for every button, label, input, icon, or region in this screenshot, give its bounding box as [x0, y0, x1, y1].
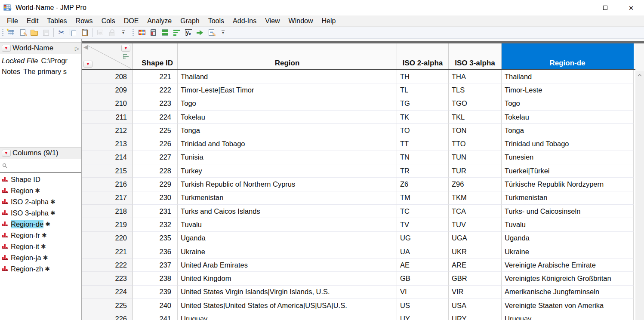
graph-builder-icon[interactable] [171, 28, 182, 38]
region-cell[interactable]: Turkish Republic of Northern Cyprus [178, 178, 397, 191]
region-cell[interactable]: Turkmenistan [178, 191, 397, 205]
row-number-cell[interactable]: 212 [82, 124, 132, 137]
shape-id-cell[interactable]: 239 [132, 286, 178, 299]
region-cell[interactable]: United States|United States of America|U… [178, 299, 397, 312]
region-cell[interactable]: Timor-Leste|East Timor [178, 83, 397, 97]
shape-id-cell[interactable]: 241 [132, 312, 178, 320]
region-cell[interactable]: United Kingdom [178, 272, 397, 285]
iso2-cell[interactable]: TL [397, 83, 449, 97]
iso3-cell[interactable]: TGO [449, 97, 502, 111]
close-button[interactable]: ✕ [618, 0, 644, 15]
data-table-icon[interactable] [136, 28, 148, 38]
shape-id-cell[interactable]: 224 [132, 111, 178, 124]
columns-search[interactable] [0, 159, 81, 172]
iso2-cell[interactable]: TH [397, 70, 449, 83]
columns-red-triangle-menu[interactable]: ▼ [2, 150, 11, 157]
row-number-cell[interactable]: 210 [82, 97, 132, 111]
toolbar-drag-handle[interactable] [2, 29, 3, 37]
script-editor-icon[interactable]: ✎ [206, 28, 217, 38]
table-red-triangle-menu[interactable]: ▼ [2, 45, 11, 52]
row-number-cell[interactable]: 209 [82, 83, 132, 97]
iso2-cell[interactable]: GB [397, 272, 449, 285]
region-cell[interactable]: United States Virgin Islands|Virgin Isla… [178, 286, 397, 299]
menu-help[interactable]: Help [317, 16, 340, 26]
shape-id-cell[interactable]: 225 [132, 124, 178, 137]
column-header-iso3[interactable]: ISO 3-alpha [449, 43, 502, 69]
iso2-cell[interactable]: AE [397, 258, 449, 272]
row-number-cell[interactable]: 224 [82, 286, 132, 299]
shape-id-cell[interactable]: 228 [132, 164, 178, 178]
iso2-cell[interactable]: US [397, 299, 449, 312]
region-cell[interactable]: United Arab Emirates [178, 258, 397, 272]
iso3-cell[interactable]: UKR [449, 245, 502, 258]
shape-id-cell[interactable]: 230 [132, 191, 178, 205]
iso3-cell[interactable]: TLS [449, 83, 502, 97]
open-icon[interactable] [28, 28, 40, 38]
menu-doe[interactable]: DOE [120, 16, 143, 26]
iso2-cell[interactable]: TO [397, 124, 449, 137]
iso2-cell[interactable]: UG [397, 232, 449, 245]
iso2-cell[interactable]: VI [397, 286, 449, 299]
iso3-cell[interactable]: Z96 [449, 178, 502, 191]
sidebar-column-region[interactable]: Region✱ [0, 185, 81, 196]
iso3-cell[interactable]: TKM [449, 191, 502, 205]
row-number-cell[interactable]: 219 [82, 218, 132, 231]
region-de-cell[interactable]: Uganda [502, 232, 634, 245]
vertical-scrollbar[interactable] [635, 41, 644, 320]
region-de-cell[interactable]: Vereinigtes Königreich Großbritan [502, 272, 634, 285]
column-header-regionde[interactable]: Region-de [502, 43, 634, 69]
region-de-cell[interactable]: Vereinigte Arabische Emirate [502, 258, 634, 272]
region-cell[interactable]: Ukraine [178, 245, 397, 258]
menu-graph[interactable]: Graph [176, 16, 203, 26]
cut-icon[interactable]: ✂ [55, 28, 67, 38]
shape-id-cell[interactable]: 227 [132, 151, 178, 164]
iso3-cell[interactable]: USA [449, 299, 502, 312]
region-de-cell[interactable]: Togo [502, 97, 634, 111]
menu-tables[interactable]: Tables [43, 16, 71, 26]
collapse-panel-icon[interactable]: ◀ [83, 44, 88, 50]
menu-tools[interactable]: Tools [204, 16, 228, 26]
iso2-cell[interactable]: TK [397, 111, 449, 124]
shape-id-cell[interactable]: 236 [132, 245, 178, 258]
shape-id-cell[interactable]: 238 [132, 272, 178, 285]
iso2-cell[interactable]: UY [397, 312, 449, 320]
iso3-cell[interactable]: TUR [449, 164, 502, 178]
menu-addins[interactable]: Add-Ins [228, 16, 261, 26]
row-number-cell[interactable]: 218 [82, 205, 132, 218]
row-number-cell[interactable]: 223 [82, 272, 132, 285]
shape-id-cell[interactable]: 223 [132, 97, 178, 111]
region-cell[interactable]: Turkey [178, 164, 397, 178]
toolbar-drag-handle[interactable] [132, 29, 134, 37]
region-de-cell[interactable]: Timor-Leste [502, 83, 634, 97]
menu-rows[interactable]: Rows [71, 16, 97, 26]
iso2-cell[interactable]: TN [397, 151, 449, 164]
row-number-cell[interactable]: 225 [82, 299, 132, 312]
region-de-cell[interactable]: Tunesien [502, 151, 634, 164]
sidebar-column-region-fr[interactable]: Region-fr✱ [0, 230, 81, 241]
calculator-icon[interactable] [148, 28, 159, 38]
region-de-cell[interactable]: Ukraine [502, 245, 634, 258]
region-cell[interactable]: Togo [178, 97, 397, 111]
menu-analyze[interactable]: Analyze [143, 16, 176, 26]
region-cell[interactable]: Trinidad and Tobago [178, 137, 397, 151]
shape-id-cell[interactable]: 229 [132, 178, 178, 191]
toolbar-overflow-button[interactable]: ▼ [117, 28, 129, 38]
menu-cols[interactable]: Cols [97, 16, 120, 26]
row-number-cell[interactable]: 217 [82, 191, 132, 205]
menu-edit[interactable]: Edit [22, 16, 43, 26]
region-de-cell[interactable]: Tokelau [502, 111, 634, 124]
sidebar-column-region-zh[interactable]: Region-zh✱ [0, 263, 81, 274]
join-tables-icon[interactable] [194, 28, 206, 38]
panel-expand-icon[interactable]: ▷ [75, 45, 79, 52]
row-number-cell[interactable]: 215 [82, 164, 132, 178]
iso2-cell[interactable]: Z6 [397, 178, 449, 191]
row-number-cell[interactable]: 214 [82, 151, 132, 164]
maximize-button[interactable] [592, 0, 618, 15]
iso2-cell[interactable]: TV [397, 218, 449, 231]
menu-window[interactable]: Window [284, 16, 317, 26]
iso3-cell[interactable]: TUV [449, 218, 502, 231]
copy-icon[interactable] [67, 28, 79, 38]
column-header-shape[interactable]: Shape ID [132, 43, 178, 69]
region-de-cell[interactable]: Vereinigte Staaten von Amerika [502, 299, 634, 312]
scrollbar-track[interactable] [635, 71, 644, 320]
